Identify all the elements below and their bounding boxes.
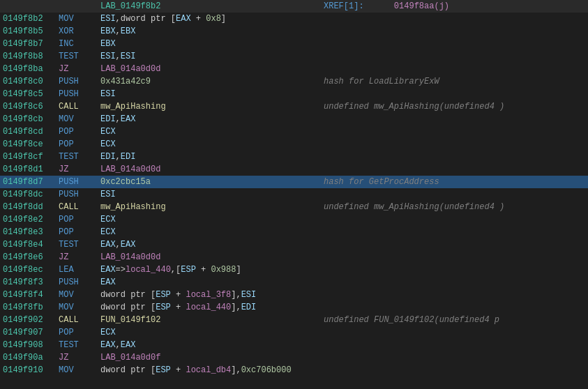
cell-comment bbox=[321, 13, 588, 25]
cell-operands: LAB_014a0d0d bbox=[98, 163, 321, 176]
table-row[interactable]: 0149f8c5PUSHESI bbox=[0, 88, 588, 100]
cell-mnemonic: PUSH bbox=[56, 176, 98, 188]
table-row[interactable]: 0149f8e3POPECX bbox=[0, 226, 588, 238]
table-row[interactable]: 0149f8cdPOPECX bbox=[0, 125, 588, 138]
cell-comment bbox=[321, 351, 588, 364]
disasm-container[interactable]: LAB_0149f8b2 XREF[1]: 0149f8aa(j) 0149f8… bbox=[0, 0, 588, 389]
table-row[interactable]: 0149f8fbMOVdword ptr [ESP + local_440],E… bbox=[0, 301, 588, 314]
cell-operands: ESI,ESI bbox=[98, 50, 321, 63]
cell-mnemonic: JZ bbox=[56, 251, 98, 264]
cell-operands: FUN_0149f102 bbox=[98, 314, 321, 326]
table-row[interactable]: 0149f8f4MOVdword ptr [ESP + local_3f8],E… bbox=[0, 289, 588, 301]
cell-comment: hash for LoadLibraryExW bbox=[321, 75, 588, 88]
cell-comment bbox=[321, 276, 588, 289]
cell-comment bbox=[321, 301, 588, 314]
table-row[interactable]: 0149f8baJZLAB_014a0d0d bbox=[0, 63, 588, 75]
cell-addr: 0149f8e2 bbox=[0, 213, 56, 226]
cell-mnemonic: LEA bbox=[56, 264, 98, 276]
cell-addr: 0149f8e3 bbox=[0, 226, 56, 238]
disasm-table: LAB_0149f8b2 XREF[1]: 0149f8aa(j) 0149f8… bbox=[0, 0, 588, 376]
cell-comment bbox=[321, 125, 588, 138]
cell-comment bbox=[321, 88, 588, 100]
cell-operands: EAX bbox=[98, 276, 321, 289]
cell-operands: 0xc2cbc15a bbox=[98, 176, 321, 188]
cell-operands: mw_ApiHashing bbox=[98, 201, 321, 213]
table-row[interactable]: 0149f8cePOPECX bbox=[0, 138, 588, 151]
table-row[interactable]: 0149f8e6JZLAB_014a0d0d bbox=[0, 251, 588, 264]
table-row[interactable]: 0149f8d1JZLAB_014a0d0d bbox=[0, 163, 588, 176]
cell-operands: ESI bbox=[98, 188, 321, 201]
cell-mnemonic: JZ bbox=[56, 351, 98, 364]
table-row[interactable]: 0149f8c6CALLmw_ApiHashingundefined mw_Ap… bbox=[0, 100, 588, 113]
table-row[interactable]: 0149f910MOVdword ptr [ESP + local_db4],0… bbox=[0, 364, 588, 376]
cell-addr: 0149f8e4 bbox=[0, 238, 56, 251]
cell-comment bbox=[321, 251, 588, 264]
cell-addr: 0149f8e6 bbox=[0, 251, 56, 264]
cell-mnemonic: PUSH bbox=[56, 276, 98, 289]
table-row[interactable]: 0149f8b7INCEBX bbox=[0, 38, 588, 50]
cell-operands: mw_ApiHashing bbox=[98, 100, 321, 113]
table-row[interactable]: 0149f90aJZLAB_014a0d0f bbox=[0, 351, 588, 364]
cell-mnemonic: MOV bbox=[56, 364, 98, 376]
cell-addr: 0149f8cb bbox=[0, 113, 56, 125]
table-row[interactable]: 0149f8e2POPECX bbox=[0, 213, 588, 226]
cell-addr: 0149f8f4 bbox=[0, 289, 56, 301]
cell-operands: dword ptr [ESP + local_3f8],ESI bbox=[98, 289, 321, 301]
table-row[interactable]: 0149f8cfTESTEDI,EDI bbox=[0, 151, 588, 163]
table-row[interactable]: 0149f8cbMOVEDI,EAX bbox=[0, 113, 588, 125]
cell-addr: 0149f8c6 bbox=[0, 100, 56, 113]
header-addr bbox=[0, 0, 56, 13]
header-row: LAB_0149f8b2 XREF[1]: 0149f8aa(j) bbox=[0, 0, 588, 13]
cell-comment bbox=[321, 151, 588, 163]
cell-mnemonic: TEST bbox=[56, 50, 98, 63]
table-row[interactable]: 0149f8ecLEAEAX=>local_440,[ESP + 0x988] bbox=[0, 264, 588, 276]
cell-operands: ESI bbox=[98, 88, 321, 100]
table-row[interactable]: 0149f902CALLFUN_0149f102undefined FUN_01… bbox=[0, 314, 588, 326]
cell-mnemonic: PUSH bbox=[56, 88, 98, 100]
cell-comment bbox=[321, 25, 588, 38]
cell-comment bbox=[321, 213, 588, 226]
cell-comment: undefined mw_ApiHashing(undefined4 ) bbox=[321, 100, 588, 113]
cell-operands: EAX,EAX bbox=[98, 238, 321, 251]
header-mnemonic bbox=[56, 0, 98, 13]
cell-mnemonic: JZ bbox=[56, 63, 98, 75]
table-row[interactable]: 0149f8e4TESTEAX,EAX bbox=[0, 238, 588, 251]
cell-addr: 0149f902 bbox=[0, 314, 56, 326]
table-row[interactable]: 0149f907POPECX bbox=[0, 326, 588, 339]
cell-addr: 0149f8cd bbox=[0, 125, 56, 138]
cell-comment bbox=[321, 238, 588, 251]
cell-operands: LAB_014a0d0f bbox=[98, 351, 321, 364]
table-row[interactable]: 0149f8f3PUSHEAX bbox=[0, 276, 588, 289]
cell-comment bbox=[321, 226, 588, 238]
cell-operands: EBX,EBX bbox=[98, 25, 321, 38]
table-row[interactable]: 0149f8dcPUSHESI bbox=[0, 188, 588, 201]
cell-mnemonic: POP bbox=[56, 125, 98, 138]
cell-addr: 0149f8b5 bbox=[0, 25, 56, 38]
cell-addr: 0149f8ec bbox=[0, 264, 56, 276]
cell-operands: dword ptr [ESP + local_440],EDI bbox=[98, 301, 321, 314]
table-row[interactable]: 0149f8b5XOREBX,EBX bbox=[0, 25, 588, 38]
cell-addr: 0149f8ce bbox=[0, 138, 56, 151]
cell-operands: ECX bbox=[98, 226, 321, 238]
cell-comment bbox=[321, 326, 588, 339]
table-row[interactable]: 0149f8b2MOVESI,dword ptr [EAX + 0x8] bbox=[0, 13, 588, 25]
table-row[interactable]: 0149f908TESTEAX,EAX bbox=[0, 339, 588, 351]
cell-addr: 0149f8dd bbox=[0, 201, 56, 213]
header-label: LAB_0149f8b2 bbox=[98, 0, 321, 13]
cell-operands: EDI,EDI bbox=[98, 151, 321, 163]
cell-comment: undefined FUN_0149f102(undefined4 p bbox=[321, 314, 588, 326]
cell-operands: ECX bbox=[98, 125, 321, 138]
cell-mnemonic: TEST bbox=[56, 238, 98, 251]
table-row[interactable]: 0149f8c0PUSH0x431a42c9hash for LoadLibra… bbox=[0, 75, 588, 88]
cell-addr: 0149f8fb bbox=[0, 301, 56, 314]
cell-comment bbox=[321, 163, 588, 176]
cell-mnemonic: PUSH bbox=[56, 188, 98, 201]
cell-comment bbox=[321, 50, 588, 63]
cell-addr: 0149f90a bbox=[0, 351, 56, 364]
table-row[interactable]: 0149f8d7PUSH0xc2cbc15ahash for GetProcAd… bbox=[0, 176, 588, 188]
table-row[interactable]: 0149f8ddCALLmw_ApiHashingundefined mw_Ap… bbox=[0, 201, 588, 213]
table-row[interactable]: 0149f8b8TESTESI,ESI bbox=[0, 50, 588, 63]
cell-addr: 0149f8b7 bbox=[0, 38, 56, 50]
cell-operands: LAB_014a0d0d bbox=[98, 63, 321, 75]
cell-operands: 0x431a42c9 bbox=[98, 75, 321, 88]
